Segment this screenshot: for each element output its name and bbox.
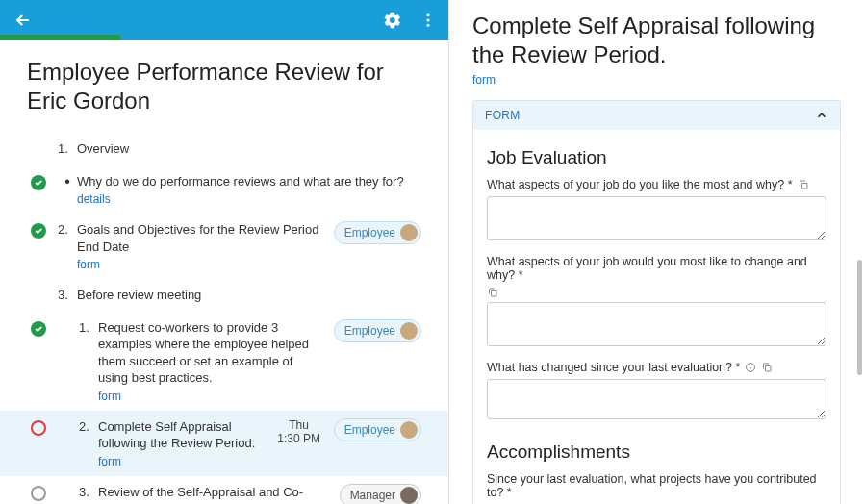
status-indicator: [27, 221, 50, 239]
role-col: Manager: [340, 484, 421, 504]
status-indicator: [27, 140, 50, 142]
item-title: Review of the Self-Appraisal and Co-Work…: [98, 484, 332, 504]
task-row[interactable]: 3.Review of the Self-Appraisal and Co-Wo…: [27, 476, 421, 504]
task-row[interactable]: •Why do we do performance reviews and wh…: [27, 165, 421, 214]
scrollbar[interactable]: [857, 260, 862, 375]
task-list: Employee Performance Review for Eric Gor…: [0, 40, 448, 504]
topbar: [0, 0, 448, 40]
item-title: Goals and Objectives for the Review Peri…: [77, 221, 326, 255]
item-text: Before review meeting: [77, 287, 421, 304]
bullet-icon: •: [58, 173, 77, 189]
detail-type-link[interactable]: form: [472, 73, 841, 87]
section-heading: Job Evaluation: [487, 147, 826, 168]
field-label: What aspects of your job do you like the…: [487, 178, 826, 191]
avatar: [400, 224, 418, 241]
progress-bar: [0, 35, 120, 40]
item-link[interactable]: form: [98, 390, 121, 403]
item-text: Request co-workers to provide 3 examples…: [98, 319, 334, 403]
form-header-label: FORM: [485, 109, 521, 122]
right-panel: Complete Self Appraisal following the Re…: [449, 0, 864, 504]
detail-title: Complete Self Appraisal following the Re…: [472, 12, 841, 69]
role-label: Employee: [344, 324, 395, 338]
role-col: Employee: [334, 319, 421, 342]
status-indicator: [27, 173, 50, 190]
status-indicator: [27, 319, 50, 337]
open-circle-icon: [31, 486, 46, 501]
form-body: Job EvaluationWhat aspects of your job d…: [473, 130, 840, 504]
role-chip[interactable]: Employee: [334, 319, 421, 342]
check-icon: [31, 321, 46, 337]
item-text: Complete Self Appraisal following the Re…: [98, 418, 270, 468]
task-row[interactable]: 2.Goals and Objectives for the Review Pe…: [27, 214, 421, 279]
role-chip[interactable]: Manager: [340, 484, 421, 504]
item-link[interactable]: details: [77, 192, 111, 206]
gear-icon[interactable]: [383, 11, 402, 30]
item-text: Review of the Self-Appraisal and Co-Work…: [98, 484, 340, 504]
info-icon[interactable]: [745, 362, 756, 373]
answer-textarea[interactable]: [487, 196, 826, 240]
item-number: 2.: [79, 418, 98, 434]
role-label: Employee: [344, 226, 395, 239]
task-row[interactable]: 1.Request co-workers to provide 3 exampl…: [27, 312, 421, 411]
item-title: Overview: [77, 140, 414, 158]
item-number: 3.: [79, 484, 98, 499]
role-chip[interactable]: Employee: [334, 221, 421, 244]
field-label: Since your last evaluation, what project…: [487, 472, 826, 504]
role-label: Employee: [344, 423, 395, 437]
copy-icon[interactable]: [487, 287, 498, 298]
task-row[interactable]: 3.Before review meeting: [27, 279, 421, 312]
item-number: 3.: [58, 287, 77, 302]
check-icon: [31, 223, 46, 239]
kebab-icon[interactable]: [419, 12, 437, 29]
status-indicator: [27, 287, 50, 289]
item-title: Why do we do performance reviews and wha…: [77, 173, 414, 190]
open-circle-icon: [31, 420, 46, 436]
task-row[interactable]: 1.Overview: [27, 133, 421, 165]
role-chip[interactable]: Employee: [334, 418, 421, 441]
item-link[interactable]: form: [77, 258, 100, 271]
svg-point-1: [427, 19, 430, 22]
field-label: What aspects of your job would you most …: [487, 255, 826, 282]
role-col: Employee: [334, 418, 421, 441]
svg-point-2: [427, 24, 430, 27]
item-title: Before review meeting: [77, 287, 414, 304]
svg-rect-6: [801, 184, 807, 189]
form-section: FORM Job EvaluationWhat aspects of your …: [472, 100, 841, 504]
left-panel: Employee Performance Review for Eric Gor…: [0, 0, 449, 504]
svg-rect-9: [766, 366, 772, 372]
task-row[interactable]: 2.Complete Self Appraisal following the …: [0, 411, 448, 476]
status-indicator: [27, 418, 50, 436]
answer-textarea[interactable]: [487, 379, 826, 419]
status-indicator: [27, 484, 50, 501]
item-text: Why do we do performance reviews and wha…: [77, 173, 421, 207]
item-title: Request co-workers to provide 3 examples…: [98, 319, 326, 387]
avatar: [400, 421, 418, 439]
back-icon[interactable]: [12, 9, 35, 32]
item-text: Goals and Objectives for the Review Peri…: [77, 221, 334, 271]
item-number: 1.: [58, 140, 77, 156]
chevron-up-icon: [815, 109, 828, 122]
due-time: Thu1:30 PM: [270, 418, 328, 445]
copy-icon[interactable]: [798, 179, 809, 190]
item-text: Overview: [77, 140, 421, 158]
form-header[interactable]: FORM: [473, 101, 840, 130]
copy-icon[interactable]: [761, 362, 773, 373]
item-title: Complete Self Appraisal following the Re…: [98, 418, 263, 452]
role-col: Employee: [334, 221, 421, 244]
item-number: 2.: [58, 221, 77, 237]
avatar: [400, 487, 418, 504]
svg-point-0: [427, 13, 430, 16]
avatar: [400, 322, 418, 340]
svg-rect-7: [492, 291, 497, 297]
role-label: Manager: [350, 489, 395, 502]
check-icon: [31, 175, 46, 190]
item-number: 1.: [79, 319, 98, 335]
answer-textarea[interactable]: [487, 302, 826, 346]
item-link[interactable]: form: [98, 455, 121, 468]
section-heading: Accomplishments: [487, 441, 826, 463]
page-title: Employee Performance Review for Eric Gor…: [27, 58, 421, 115]
field-label: What has changed since your last evaluat…: [487, 361, 826, 374]
